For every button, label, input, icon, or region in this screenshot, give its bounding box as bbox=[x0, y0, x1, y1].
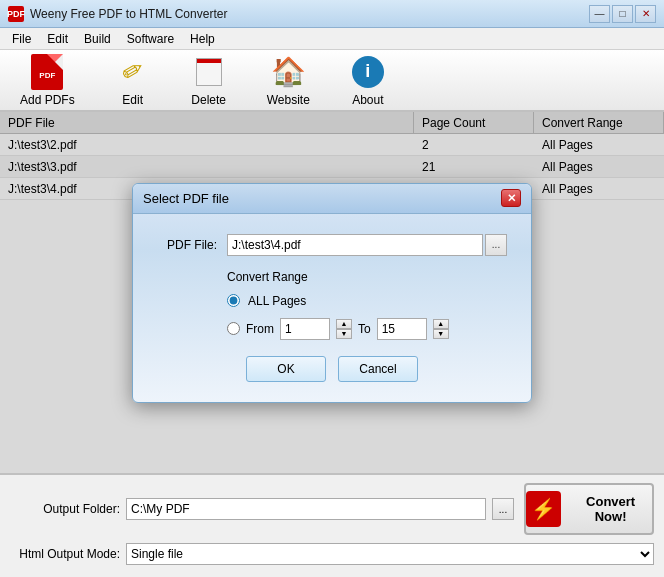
from-down-button[interactable]: ▼ bbox=[336, 329, 352, 339]
delete-label: Delete bbox=[191, 93, 226, 107]
menu-file[interactable]: File bbox=[4, 30, 39, 48]
dialog-title: Select PDF file bbox=[143, 191, 501, 206]
app-icon: PDF bbox=[8, 6, 24, 22]
minimize-button[interactable]: — bbox=[589, 5, 610, 23]
from-to-radio[interactable] bbox=[227, 322, 240, 335]
all-pages-label: ALL Pages bbox=[248, 294, 306, 308]
delete-icon bbox=[191, 54, 227, 90]
add-pdfs-label: Add PDFs bbox=[20, 93, 75, 107]
add-pdfs-icon: PDF bbox=[29, 54, 65, 90]
website-button[interactable]: 🏠 Website bbox=[257, 50, 320, 111]
output-folder-row: Output Folder: ... bbox=[10, 498, 514, 520]
dialog-buttons: OK Cancel bbox=[157, 356, 507, 382]
about-label: About bbox=[352, 93, 383, 107]
about-button[interactable]: i About bbox=[340, 50, 396, 111]
edit-label: Edit bbox=[122, 93, 143, 107]
edit-button[interactable]: ✏ Edit bbox=[105, 50, 161, 111]
from-to-row: From ▲ ▼ To ▲ ▼ bbox=[227, 318, 507, 340]
menu-bar: File Edit Build Software Help bbox=[0, 28, 664, 50]
pdf-file-row: PDF File: ... bbox=[157, 234, 507, 256]
dialog-body: PDF File: ... Convert Range ALL Pages Fr… bbox=[133, 214, 531, 402]
html-mode-select[interactable]: Single file Multiple files bbox=[126, 543, 654, 565]
close-button[interactable]: ✕ bbox=[635, 5, 656, 23]
output-folder-browse-button[interactable]: ... bbox=[492, 498, 514, 520]
toolbar: PDF Add PDFs ✏ Edit Delete 🏠 Website i bbox=[0, 50, 664, 112]
convert-now-label: Convert Now! bbox=[569, 494, 652, 524]
menu-help[interactable]: Help bbox=[182, 30, 223, 48]
cancel-button[interactable]: Cancel bbox=[338, 356, 418, 382]
from-input[interactable] bbox=[280, 318, 330, 340]
to-up-button[interactable]: ▲ bbox=[433, 319, 449, 329]
menu-software[interactable]: Software bbox=[119, 30, 182, 48]
html-mode-label: Html Output Mode: bbox=[10, 547, 120, 561]
about-icon: i bbox=[350, 54, 386, 90]
delete-button[interactable]: Delete bbox=[181, 50, 237, 111]
menu-build[interactable]: Build bbox=[76, 30, 119, 48]
edit-icon: ✏ bbox=[115, 54, 151, 90]
pdf-file-input[interactable] bbox=[227, 234, 483, 256]
from-up-button[interactable]: ▲ bbox=[336, 319, 352, 329]
ok-button[interactable]: OK bbox=[246, 356, 326, 382]
to-label: To bbox=[358, 322, 371, 336]
title-bar: PDF Weeny Free PDF to HTML Converter — □… bbox=[0, 0, 664, 28]
add-pdfs-button[interactable]: PDF Add PDFs bbox=[10, 50, 85, 111]
app-icon-text: PDF bbox=[7, 9, 25, 19]
dialog-close-button[interactable]: ✕ bbox=[501, 189, 521, 207]
to-spinner[interactable]: ▲ ▼ bbox=[433, 319, 449, 339]
all-pages-row: ALL Pages bbox=[227, 294, 507, 308]
to-down-button[interactable]: ▼ bbox=[433, 329, 449, 339]
browse-button[interactable]: ... bbox=[485, 234, 507, 256]
bottom-bar: Output Folder: ... ⚡ Convert Now! Html O… bbox=[0, 474, 664, 559]
html-mode-row: Html Output Mode: Single file Multiple f… bbox=[10, 543, 654, 565]
pdf-file-label: PDF File: bbox=[157, 238, 217, 252]
output-folder-input[interactable] bbox=[126, 498, 486, 520]
title-bar-buttons: — □ ✕ bbox=[589, 5, 656, 23]
title-bar-text: Weeny Free PDF to HTML Converter bbox=[30, 7, 589, 21]
dialog-title-bar: Select PDF file ✕ bbox=[133, 184, 531, 214]
output-folder-label: Output Folder: bbox=[10, 502, 120, 516]
from-label: From bbox=[246, 322, 274, 336]
select-pdf-dialog: Select PDF file ✕ PDF File: ... Convert … bbox=[132, 183, 532, 403]
to-input[interactable] bbox=[377, 318, 427, 340]
website-label: Website bbox=[267, 93, 310, 107]
house-icon: 🏠 bbox=[270, 54, 306, 90]
main-area: PDF File Page Count Convert Range J:\tes… bbox=[0, 112, 664, 474]
convert-now-button[interactable]: ⚡ Convert Now! bbox=[524, 483, 654, 535]
menu-edit[interactable]: Edit bbox=[39, 30, 76, 48]
all-pages-radio[interactable] bbox=[227, 294, 240, 307]
dialog-overlay: Select PDF file ✕ PDF File: ... Convert … bbox=[0, 112, 664, 473]
output-folder-section: Output Folder: ... ⚡ Convert Now! bbox=[10, 483, 654, 535]
from-spinner[interactable]: ▲ ▼ bbox=[336, 319, 352, 339]
convert-icon: ⚡ bbox=[526, 491, 561, 527]
convert-range-label: Convert Range bbox=[227, 270, 507, 284]
maximize-button[interactable]: □ bbox=[612, 5, 633, 23]
